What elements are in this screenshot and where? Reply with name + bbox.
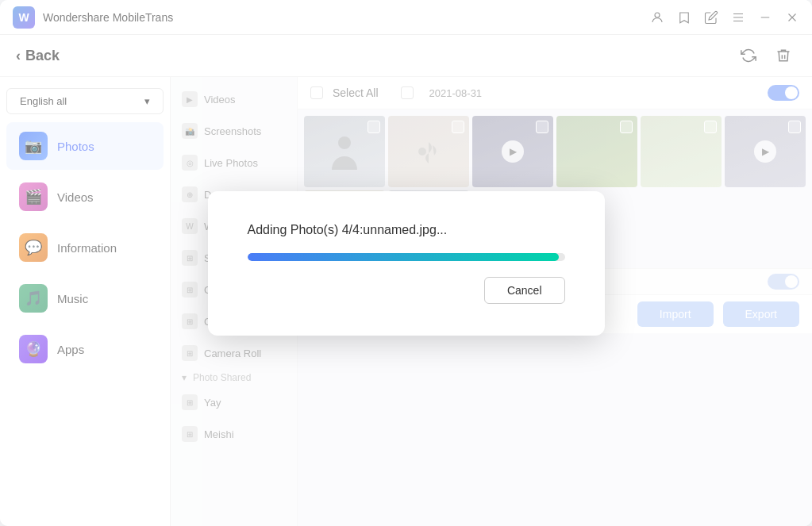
progress-bar-track [248,253,565,261]
progress-bar-fill [248,253,559,261]
cancel-button[interactable]: Cancel [484,277,565,304]
modal-overlay: Adding Photo(s) 4/4:unnamed.jpg... Cance… [0,0,812,526]
modal-footer: Cancel [248,277,565,304]
modal-status-text: Adding Photo(s) 4/4:unnamed.jpg... [248,223,448,237]
modal-box: Adding Photo(s) 4/4:unnamed.jpg... Cance… [208,191,605,336]
